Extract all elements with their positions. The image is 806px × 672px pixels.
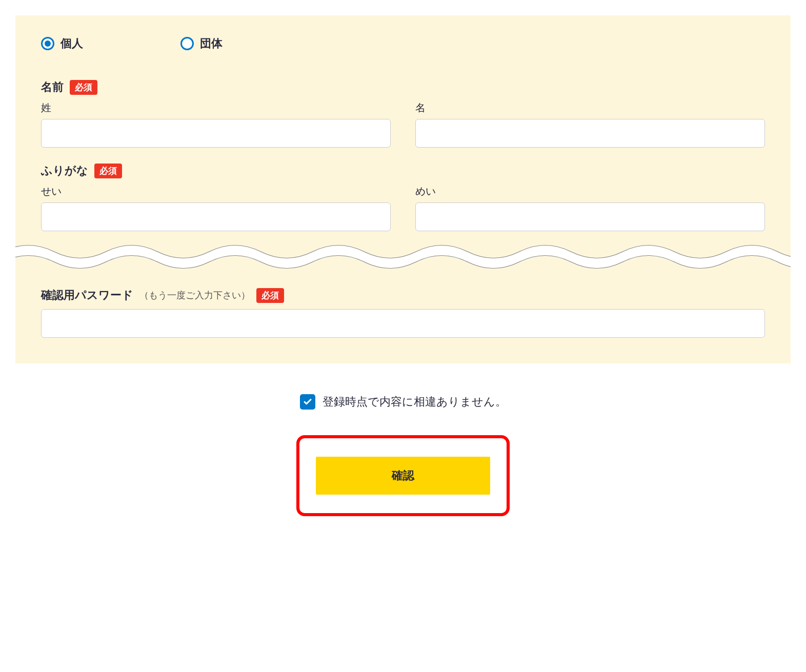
confirm-button-highlight: 確認: [296, 435, 510, 516]
password-confirm-title: 確認用パスワード: [41, 288, 133, 303]
required-badge: 必須: [256, 288, 284, 303]
required-badge: 必須: [70, 80, 97, 95]
radio-group[interactable]: 団体: [180, 36, 223, 51]
name-title: 名前: [41, 79, 64, 95]
confirm-button[interactable]: 確認: [316, 457, 490, 495]
radio-icon-unselected: [180, 37, 194, 50]
radio-individual-label: 個人: [61, 36, 83, 51]
furigana-title: ふりがな: [41, 163, 88, 178]
radio-group-label: 団体: [200, 36, 223, 51]
furigana-first-input[interactable]: [415, 202, 765, 231]
required-badge: 必須: [94, 164, 122, 178]
furigana-field-group: ふりがな 必須 せい めい: [41, 163, 765, 231]
radio-individual[interactable]: 個人: [41, 36, 83, 51]
registration-form: 個人 団体 名前 必須 姓 名 ふりがな 必須: [15, 15, 791, 363]
password-confirm-input[interactable]: [41, 309, 765, 338]
furigana-last-input[interactable]: [41, 202, 391, 231]
first-name-input[interactable]: [415, 119, 765, 148]
wavy-cut-divider: [15, 236, 791, 277]
furigana-last-label: せい: [41, 185, 391, 198]
agreement-label: 登録時点で内容に相違ありません。: [323, 394, 507, 410]
agreement-checkbox-row: 登録時点で内容に相違ありません。: [300, 394, 507, 410]
agreement-checkbox[interactable]: [300, 394, 315, 410]
furigana-first-label: めい: [415, 185, 765, 198]
radio-icon-selected: [41, 37, 54, 50]
last-name-label: 姓: [41, 101, 391, 115]
check-icon: [303, 397, 312, 406]
confirmation-section: 登録時点で内容に相違ありません。 確認: [15, 363, 791, 516]
name-field-group: 名前 必須 姓 名: [41, 79, 765, 148]
password-confirm-field-group: 確認用パスワード （もう一度ご入力下さい） 必須: [41, 288, 765, 338]
first-name-label: 名: [415, 101, 765, 115]
account-type-radios: 個人 団体: [41, 36, 765, 51]
last-name-input[interactable]: [41, 119, 391, 148]
password-confirm-heading: 確認用パスワード （もう一度ご入力下さい） 必須: [41, 288, 765, 303]
password-confirm-subtitle: （もう一度ご入力下さい）: [139, 289, 250, 301]
name-heading: 名前 必須: [41, 79, 765, 95]
furigana-heading: ふりがな 必須: [41, 163, 765, 178]
